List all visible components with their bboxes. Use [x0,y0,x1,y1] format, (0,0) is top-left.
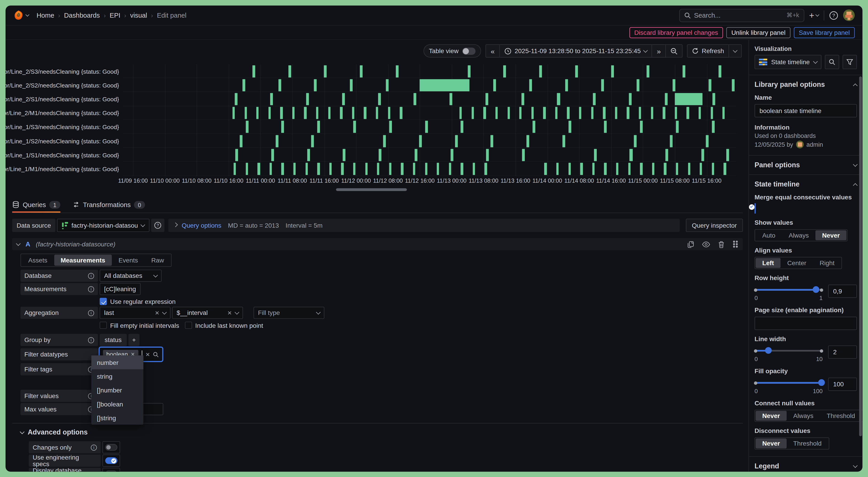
state-bar[interactable] [280,107,283,119]
state-bar[interactable] [603,107,606,119]
display-database-toggle[interactable] [105,471,117,472]
state-bar[interactable] [377,163,379,175]
state-bar[interactable] [485,163,487,175]
state-bar[interactable] [673,79,675,91]
state-bar[interactable] [629,93,631,105]
state-bar[interactable] [388,107,391,119]
datatype-option-string[interactable]: []string [91,411,143,424]
changes-only-toggle[interactable] [105,444,117,451]
state-bar[interactable] [726,149,729,161]
state-bar[interactable] [455,135,458,147]
state-bar[interactable] [627,107,629,119]
delete-query-trash-icon[interactable] [718,241,724,248]
tab-measurements[interactable]: Measurements [54,255,112,266]
state-bar[interactable] [630,149,632,161]
state-bar[interactable] [257,163,260,175]
state-bar[interactable] [473,163,475,175]
state-bar[interactable] [240,135,242,147]
state-bar[interactable] [328,107,331,119]
state-bar[interactable] [306,93,309,105]
datasource-picker[interactable]: factry-historian-datasou [57,218,149,232]
state-bar[interactable] [270,163,272,175]
state-bar[interactable] [732,79,735,91]
state-bar[interactable] [256,107,259,119]
state-bar[interactable] [495,107,498,119]
state-bar[interactable] [271,149,274,161]
align-values-center[interactable]: Center [780,258,813,268]
state-bar[interactable] [288,65,291,77]
engineering-specs-toggle[interactable] [105,457,117,464]
state-bar[interactable] [329,163,332,175]
unlink-library-panel-button[interactable]: Unlink library panel [726,27,790,38]
state-bar[interactable] [471,107,474,119]
show-values-auto[interactable]: Auto [756,230,782,240]
state-bar[interactable] [353,163,355,175]
state-bar[interactable] [486,149,489,161]
query-header-row[interactable]: A (factry-historian-datasource) [12,238,743,250]
state-bar[interactable] [712,121,715,133]
state-bar[interactable] [311,135,314,147]
datasource-help-button[interactable]: ? [151,218,164,232]
library-panel-options-header[interactable]: Library panel options [749,75,862,94]
state-bar[interactable] [342,93,345,105]
state-bar[interactable] [413,163,415,175]
state-bar[interactable] [592,163,595,175]
state-bar[interactable] [531,107,534,119]
state-bar[interactable] [637,79,640,91]
state-bar[interactable] [414,149,417,161]
state-bar[interactable] [486,93,488,105]
grafana-logo-icon[interactable] [13,10,24,21]
state-bar[interactable] [378,93,381,105]
time-zoom-out-button[interactable] [666,44,682,58]
clear-icon[interactable]: ✕ [155,310,160,316]
state-bar[interactable] [365,163,368,175]
time-shift-back-button[interactable]: « [486,44,500,58]
state-bar[interactable] [710,107,713,119]
breadcrumb-dashboards[interactable]: Dashboards [64,11,100,19]
state-bar[interactable] [521,93,524,105]
state-bar[interactable] [420,79,469,91]
state-bar[interactable] [383,135,386,147]
options-filter-button[interactable] [842,55,857,69]
state-bar[interactable] [234,163,236,175]
datatype-option-string[interactable]: string [91,369,143,383]
line-width-slider-handle[interactable] [765,347,771,354]
org-switcher-chevron-icon[interactable] [26,12,29,16]
state-bar[interactable] [556,163,559,175]
state-bar[interactable] [568,163,571,175]
state-bar[interactable] [562,135,565,147]
state-bar[interactable] [364,107,366,119]
align-values-left[interactable]: Left [756,258,780,268]
state-bar[interactable] [700,163,702,175]
aggregation-window-select[interactable]: $__interval ✕ [172,307,243,319]
refresh-interval-dropdown[interactable] [729,44,742,58]
tab-events[interactable]: Events [112,255,145,266]
state-bar[interactable] [491,135,493,147]
visualization-search-button[interactable] [825,55,839,69]
state-bar[interactable] [712,163,714,175]
state-bar[interactable] [314,79,317,91]
query-inspector-button[interactable]: Query inspector [686,218,743,232]
state-bar[interactable] [616,163,619,175]
state-bar[interactable] [611,65,614,77]
state-bar[interactable] [276,135,278,147]
state-bar[interactable] [593,93,596,105]
state-bar[interactable] [389,121,392,133]
state-bar[interactable] [519,107,522,119]
state-bar[interactable] [722,107,725,119]
measurements-select[interactable]: [cC]leaning [100,283,141,295]
state-bar[interactable] [676,163,678,175]
state-bar[interactable] [461,121,463,133]
table-view-toggle[interactable]: Table view [423,44,481,58]
state-bar[interactable] [341,163,344,175]
page-size-input[interactable] [754,317,857,330]
state-timeline-header[interactable]: State timeline [749,175,862,194]
state-bar[interactable] [579,107,582,119]
state-bar[interactable] [460,107,462,119]
merge-values-toggle[interactable] [754,203,756,214]
show-values-never[interactable]: Never [815,230,846,240]
chart-horizontal-scrollbar[interactable] [336,188,407,191]
state-bar[interactable] [389,163,392,175]
state-bar[interactable] [450,93,452,105]
query-collapse-chevron-icon[interactable] [16,241,21,246]
